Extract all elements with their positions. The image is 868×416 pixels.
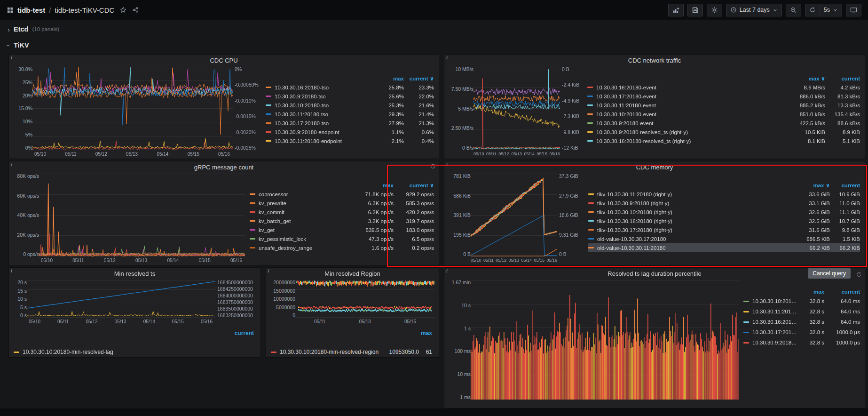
chart-canvas[interactable] <box>473 67 560 150</box>
legend-row[interactable]: old-value-10.30.30.11:20180 66.2 KiB 66.… <box>588 243 860 252</box>
breadcrumb-folder[interactable]: tidb-test <box>17 6 45 14</box>
legend-row[interactable]: 10.30.30.9:20180-p9999 32.8 s 1000.0 µs <box>743 337 860 348</box>
legend-sort-max[interactable]: max ∨ <box>799 182 830 189</box>
series-name[interactable]: 10.30.30.16:20180-event <box>596 85 789 90</box>
series-name[interactable]: tikv-10.30.30.16:20180 (right-y) <box>597 218 799 224</box>
share-icon[interactable] <box>132 7 139 13</box>
legend-row[interactable]: 10.30.30.9:20180-event 422.5 kB/s 88.6 k… <box>587 119 860 128</box>
legend-row[interactable]: kv_get 539.5 ops/s 183.0 ops/s <box>250 225 434 234</box>
dashboard-settings-button[interactable] <box>707 4 722 16</box>
series-name[interactable]: kv_pessimistic_lock <box>259 236 352 242</box>
legend-sort-max[interactable]: max ∨ <box>789 75 825 82</box>
panel-title[interactable]: gRPC message count <box>194 164 253 171</box>
chart-canvas[interactable] <box>295 280 435 318</box>
series-name[interactable]: kv_commit <box>259 209 352 215</box>
legend-row[interactable]: 10.30.30.9:20180-resolved_ts (right-y) 1… <box>587 128 860 136</box>
series-name[interactable]: 10.30.30.10:20180-min-resolved-region <box>280 349 383 355</box>
legend-row[interactable]: tikv-10.30.30.9:20180 (right-y) 33.1 GiB… <box>588 199 860 208</box>
legend-row[interactable]: kv_pessimistic_lock 47.3 ops/s 6.5 ops/s <box>250 234 434 243</box>
chart-canvas[interactable] <box>471 280 739 400</box>
series-name[interactable]: 10.30.30.9:20180-resolved_ts (right-y) <box>596 129 789 135</box>
legend-row[interactable]: 10.30.30.17:20180-event 886.0 kB/s 81.3 … <box>587 92 860 101</box>
series-name[interactable]: tikv-10.30.30.9:20180 (right-y) <box>597 200 799 206</box>
legend-row[interactable]: 10.30.30.9:20180-tso 25.6% 22.0% <box>266 92 434 101</box>
series-name[interactable]: 10.30.30.9:20180-event <box>596 120 789 126</box>
legend-row[interactable]: 10.30.30.10:20180-min-resolved-lag <box>14 348 254 356</box>
legend-row[interactable]: tikv-10.30.30.10:20180 (right-y) 32.6 Gi… <box>588 208 860 216</box>
series-name[interactable]: 10.30.30.11:20180-tso <box>275 112 374 117</box>
series-name[interactable]: 10.30.30.17:20180-tso <box>275 120 374 126</box>
legend-row[interactable]: 10.30.30.11:20180-endpoint 2.1% 0.4% <box>266 136 434 145</box>
series-name[interactable]: kv_prewrite <box>259 200 352 206</box>
series-name[interactable]: 10.30.30.17:20180-p9999 <box>752 329 797 335</box>
row-tikv[interactable]: › TiKV <box>0 39 868 52</box>
panel-title[interactable]: CDC CPU <box>210 57 237 64</box>
series-name[interactable]: kv_batch_get <box>259 218 352 224</box>
chart-canvas[interactable] <box>27 280 215 318</box>
save-dashboard-button[interactable] <box>687 4 703 16</box>
series-name[interactable]: tikv-10.30.30.10:20180 (right-y) <box>597 209 799 215</box>
legend-row[interactable]: 10.30.30.9:20180-endpoint 1.1% 0.6% <box>266 128 434 136</box>
cycle-view-mode-button[interactable] <box>846 4 861 16</box>
legend-row[interactable]: 10.30.30.10:20180-event 851.0 kB/s 135.4… <box>587 110 860 119</box>
panel-header[interactable]: gRPC message count <box>9 161 439 173</box>
legend-sort-current[interactable]: current ∨ <box>394 182 434 189</box>
legend-row[interactable]: tikv-10.30.30.11:20180 (right-y) 33.6 Gi… <box>588 190 860 199</box>
series-name[interactable]: coprocessor <box>259 192 352 197</box>
series-name[interactable]: 10.30.30.10:20180-event <box>596 112 789 117</box>
series-name[interactable]: 10.30.30.9:20180-p9999 <box>752 340 797 345</box>
legend-row[interactable]: 10.30.30.10:20180-tso 25.3% 21.6% <box>266 101 434 110</box>
chart-canvas[interactable] <box>39 174 245 256</box>
legend-sort-current[interactable]: current <box>824 289 860 295</box>
series-name[interactable]: tikv-10.30.30.11:20180 (right-y) <box>597 192 799 197</box>
panel-title[interactable]: Min resolved ts <box>114 270 155 277</box>
series-name[interactable]: 10.30.30.11:20180-event <box>596 103 789 108</box>
refresh-button[interactable] <box>805 4 820 16</box>
legend-row[interactable]: tikv-10.30.30.17:20180 (right-y) 31.6 Gi… <box>588 225 860 234</box>
legend-row[interactable]: tikv-10.30.30.16:20180 (right-y) 32.5 Gi… <box>588 216 860 225</box>
dashboard-grid-icon[interactable] <box>7 7 14 14</box>
series-name[interactable]: 10.30.30.16:20180-resolved_ts (right-y) <box>596 138 789 144</box>
legend-row[interactable]: kv_batch_get 3.2K ops/s 319.7 ops/s <box>250 216 434 225</box>
legend-row[interactable]: kv_prewrite 6.3K ops/s 585.3 ops/s <box>250 199 434 208</box>
star-icon[interactable] <box>120 7 126 13</box>
series-name[interactable]: 10.30.30.9:20180-tso <box>275 94 374 99</box>
cancel-query-button[interactable]: Cancel query <box>808 268 851 279</box>
panel-header[interactable]: CDC CPU <box>9 55 439 66</box>
series-name[interactable]: 10.30.30.9:20180-endpoint <box>275 129 374 135</box>
legend-row[interactable]: 10.30.30.10:20180-min-resolved-region 10… <box>271 348 432 356</box>
legend-sort-max[interactable]: max <box>374 76 404 81</box>
series-name[interactable]: 10.30.30.16:20180-p9999 <box>752 319 797 325</box>
legend-row[interactable]: 10.30.30.16:20180-tso 25.8% 23.3% <box>266 83 434 92</box>
legend-row[interactable]: 10.30.30.16:20180-event 8.6 MB/s 4.2 kB/… <box>587 83 860 92</box>
time-range-picker[interactable]: Last 7 days <box>726 4 782 16</box>
panel-header[interactable]: Resolved ts lag duration percentile <box>444 268 865 279</box>
legend-row[interactable]: unsafe_destroy_range 1.6 ops/s 0.2 ops/s <box>250 243 434 252</box>
panel-title[interactable]: Resolved ts lag duration percentile <box>608 270 701 277</box>
legend-row[interactable]: 10.30.30.16:20180-p9999 32.8 s 64.0 ms <box>743 317 860 327</box>
legend-sort-max[interactable]: max <box>352 183 394 188</box>
panel-header[interactable]: CDC memory <box>444 161 865 173</box>
series-name[interactable]: 10.30.30.10:20180-p9999 <box>752 298 797 304</box>
legend-row[interactable]: 10.30.30.11:20180-event 885.2 kB/s 13.3 … <box>587 101 860 110</box>
legend-sort-current[interactable]: current <box>825 76 860 81</box>
legend-row[interactable]: kv_commit 6.2K ops/s 420.2 ops/s <box>250 208 434 216</box>
breadcrumb-dashboard[interactable]: tidb-test-TiKV-CDC <box>55 6 114 14</box>
legend-row[interactable]: old-value-10.30.30.17:20180 686.5 KiB 1.… <box>588 234 860 243</box>
series-name[interactable]: kv_get <box>259 227 352 233</box>
legend-row[interactable]: 10.30.30.16:20180-resolved_ts (right-y) … <box>587 136 860 145</box>
zoom-out-button[interactable] <box>786 4 801 16</box>
legend-row[interactable]: coprocessor 71.8K ops/s 929.2 ops/s <box>250 190 434 199</box>
series-name[interactable]: 10.30.30.17:20180-event <box>596 94 789 99</box>
series-name[interactable]: 10.30.30.11:20180-endpoint <box>275 138 374 144</box>
series-name[interactable]: unsafe_destroy_range <box>259 245 352 251</box>
panel-title[interactable]: Min resolved Region <box>324 270 380 277</box>
legend-sort-current[interactable]: current ∨ <box>404 75 434 82</box>
panel-title[interactable]: CDC memory <box>636 164 673 171</box>
legend-sort-max[interactable]: max <box>797 289 824 295</box>
series-name[interactable]: old-value-10.30.30.11:20180 <box>597 245 799 251</box>
legend-row[interactable]: 10.30.30.17:20180-p9999 32.8 s 1000.0 µs <box>743 327 860 337</box>
legend-row[interactable]: 10.30.30.11:20180-tso 29.3% 21.4% <box>266 110 434 119</box>
panel-header[interactable]: Min resolved ts <box>9 268 260 279</box>
series-name[interactable]: old-value-10.30.30.17:20180 <box>597 236 799 242</box>
